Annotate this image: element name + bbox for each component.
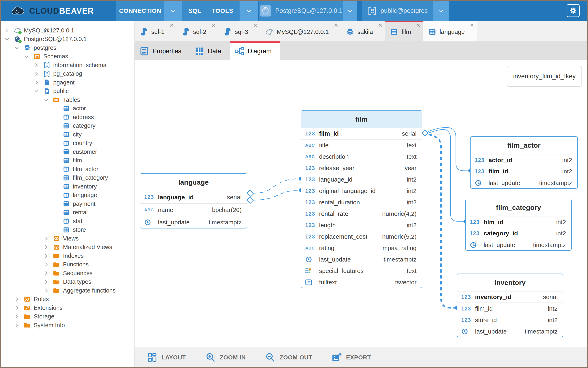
chevron-down-icon[interactable] bbox=[24, 54, 33, 59]
chevron-right-icon[interactable] bbox=[44, 270, 53, 276]
column-length[interactable]: 123lengthint2 bbox=[301, 220, 422, 231]
chevron-right-icon[interactable] bbox=[14, 305, 23, 311]
tree-item-roles[interactable]: Roles bbox=[1, 295, 134, 304]
zoom-in-button[interactable]: ZOOM IN bbox=[206, 352, 246, 362]
column-last-update[interactable]: last_updatetimestamptz bbox=[457, 326, 563, 337]
column-actor-id[interactable]: 123actor_idint2 bbox=[470, 154, 577, 166]
close-tab-icon[interactable]: ✕ bbox=[416, 23, 420, 28]
column-description[interactable]: ABCdescriptiontext bbox=[301, 151, 422, 162]
entity-language[interactable]: language123language_idserialABCnamebpcha… bbox=[140, 173, 247, 229]
chevron-down-icon[interactable] bbox=[34, 88, 43, 94]
chevron-right-icon[interactable] bbox=[4, 28, 14, 33]
tree-item-aggregate-functions[interactable]: Aggregate functions bbox=[1, 286, 134, 295]
tree-item-pgagent[interactable]: pgagent bbox=[1, 78, 134, 87]
tree-item-payment[interactable]: payment bbox=[1, 200, 134, 208]
tree-item-system-info[interactable]: System Info bbox=[1, 321, 134, 330]
close-tab-icon[interactable]: ✕ bbox=[470, 23, 474, 28]
close-tab-icon[interactable]: ✕ bbox=[253, 23, 257, 28]
column-film-id[interactable]: 123film_idserial bbox=[301, 128, 422, 139]
chevron-right-icon[interactable] bbox=[44, 236, 53, 241]
tree-item-extensions[interactable]: Extensions bbox=[1, 304, 134, 312]
chevron-right-icon[interactable] bbox=[34, 62, 43, 68]
tree-item-data-types[interactable]: Data types bbox=[1, 278, 134, 286]
entity-film-category[interactable]: film_category123film_idint2123category_i… bbox=[465, 199, 572, 251]
close-tab-icon[interactable]: ✕ bbox=[378, 23, 382, 28]
tree-item-store[interactable]: store bbox=[1, 226, 134, 234]
close-tab-icon[interactable]: ✕ bbox=[334, 23, 338, 28]
chevron-right-icon[interactable] bbox=[44, 262, 53, 267]
chevron-right-icon[interactable] bbox=[34, 71, 43, 76]
chevron-right-icon[interactable] bbox=[44, 244, 53, 250]
column-inventory-id[interactable]: 123inventory_idserial bbox=[457, 292, 563, 303]
column-title[interactable]: ABCtitletext bbox=[301, 139, 422, 151]
tab-sql-1[interactable]: sql-1✕ bbox=[135, 21, 176, 41]
column-rating[interactable]: ABCratingmpaa_rating bbox=[301, 242, 422, 254]
chevron-down-icon[interactable] bbox=[4, 36, 14, 42]
cloudbeaver-logo[interactable]: CLOUDBEAVER bbox=[11, 1, 94, 21]
tree-item-indexes[interactable]: Indexes bbox=[1, 251, 134, 260]
column-release-year[interactable]: 123release_yearyear bbox=[301, 162, 422, 174]
tree-item-address[interactable]: address bbox=[1, 113, 134, 122]
tab-sakila[interactable]: sakila✕ bbox=[341, 21, 385, 41]
tree-item-materialized-views[interactable]: Materialized Views bbox=[1, 243, 134, 252]
column-film-id[interactable]: 123film_idint2 bbox=[470, 166, 577, 177]
tab-properties[interactable]: Properties bbox=[135, 41, 190, 60]
tree-item-country[interactable]: country bbox=[1, 139, 134, 148]
tree-item-mysql-127-0-0-1[interactable]: MySQL@127.0.0.1 bbox=[1, 26, 134, 35]
tab-data[interactable]: Data bbox=[190, 41, 230, 60]
tree-item-postgres[interactable]: postgres bbox=[1, 44, 134, 52]
tree-item-rental[interactable]: rental bbox=[1, 208, 134, 217]
column-original-language-id[interactable]: 123original_language_idint2 bbox=[301, 185, 422, 197]
column-language-id[interactable]: 123language_idint2 bbox=[301, 174, 422, 185]
chevron-right-icon[interactable] bbox=[44, 288, 53, 293]
connection-menu-chevron-icon[interactable] bbox=[164, 1, 182, 21]
tree-item-film-actor[interactable]: film_actor bbox=[1, 165, 134, 174]
tree-item-public[interactable]: public bbox=[1, 87, 134, 96]
relationship-film-film-category[interactable] bbox=[428, 129, 465, 221]
column-film-id[interactable]: 123film_idint2 bbox=[457, 303, 563, 314]
column-language-id[interactable]: 123language_idserial bbox=[140, 191, 247, 203]
tree-item-category[interactable]: category bbox=[1, 122, 134, 130]
sql-menu-button[interactable]: SQL bbox=[188, 7, 201, 14]
chevron-right-icon[interactable] bbox=[14, 314, 23, 319]
relationship-language-film-original-language-id[interactable] bbox=[253, 190, 301, 200]
tree-item-customer[interactable]: customer bbox=[1, 147, 134, 156]
tab-language[interactable]: language✕ bbox=[423, 21, 477, 41]
tab-diagram[interactable]: Diagram bbox=[230, 41, 280, 60]
export-button[interactable]: EXPORT bbox=[332, 352, 371, 362]
column-store-id[interactable]: 123store_idint2 bbox=[457, 314, 563, 326]
tree-item-tables[interactable]: Tables bbox=[1, 95, 134, 104]
entity-inventory[interactable]: inventory123inventory_idserial123film_id… bbox=[457, 274, 563, 337]
chevron-down-icon[interactable] bbox=[14, 45, 23, 51]
tab-sql-3[interactable]: sql-3✕ bbox=[218, 21, 260, 41]
zoom-out-button[interactable]: ZOOM OUT bbox=[265, 352, 312, 362]
schema-selector-chevron-icon[interactable] bbox=[433, 1, 449, 21]
column-category-id[interactable]: 123category_idint2 bbox=[466, 228, 571, 239]
tree-item-schemas[interactable]: Schemas bbox=[1, 52, 134, 61]
column-rental-duration[interactable]: 123rental_durationint2 bbox=[301, 197, 422, 208]
tree-item-postgresql-127-0-0-1[interactable]: PostgreSQL@127.0.0.1 bbox=[1, 35, 134, 44]
connection-menu-button[interactable]: CONNECTION bbox=[116, 1, 164, 21]
tab-mysql-127-0-0-1[interactable]: MySQL@127.0.0.1✕ bbox=[260, 21, 341, 41]
tree-item-staff[interactable]: staff bbox=[1, 217, 134, 226]
chevron-right-icon[interactable] bbox=[44, 253, 53, 259]
column-name[interactable]: ABCnamebpchar(20) bbox=[140, 203, 247, 216]
relationship-language-film-language-id[interactable] bbox=[253, 179, 301, 193]
tools-menu-button[interactable]: TOOLS bbox=[212, 7, 233, 14]
chevron-right-icon[interactable] bbox=[34, 80, 43, 85]
tree-item-inventory[interactable]: inventory bbox=[1, 182, 134, 191]
column-last-update[interactable]: last_updatetimestamptz bbox=[140, 216, 247, 229]
relationship-film-film-actor[interactable] bbox=[428, 128, 470, 171]
tree-item-city[interactable]: city bbox=[1, 130, 134, 139]
close-tab-icon[interactable]: ✕ bbox=[170, 23, 174, 28]
entity-film[interactable]: film123film_idserialABCtitletextABCdescr… bbox=[301, 110, 422, 288]
column-last-update[interactable]: last_updatetimestamptz bbox=[301, 254, 422, 265]
tab-sql-2[interactable]: sql-2✕ bbox=[176, 21, 218, 41]
chevron-right-icon[interactable] bbox=[44, 279, 53, 285]
settings-button[interactable] bbox=[567, 4, 580, 17]
column-last-update[interactable]: last_updatetimestamptz bbox=[466, 239, 571, 251]
column-rental-rate[interactable]: 123rental_ratenumeric(4,2) bbox=[301, 208, 422, 220]
connection-selector-chevron-icon[interactable] bbox=[343, 1, 357, 21]
tree-item-functions[interactable]: Functions bbox=[1, 260, 134, 269]
diagram-canvas[interactable]: film123film_idserialABCtitletextABCdescr… bbox=[135, 60, 587, 347]
